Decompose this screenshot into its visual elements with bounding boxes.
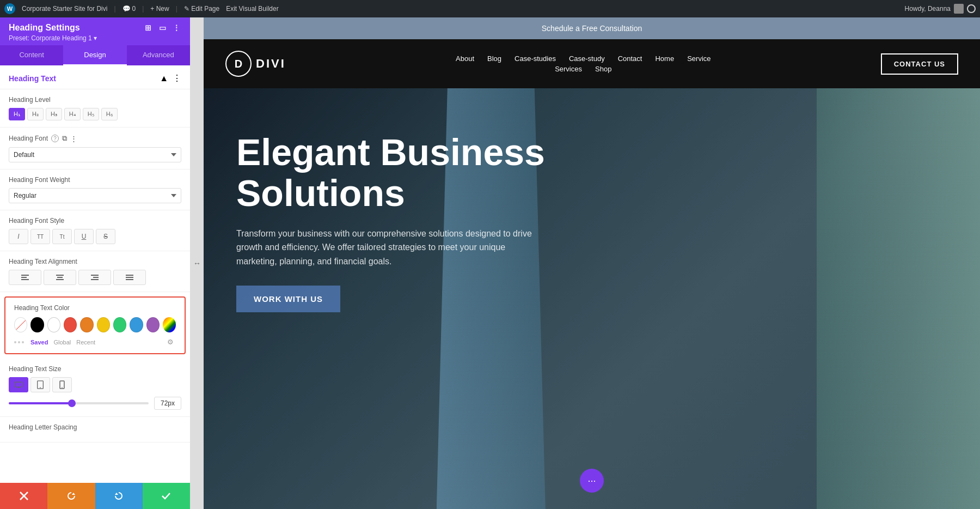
heading-font-label: Heading Font ? ⧉ ⋮ — [9, 134, 181, 143]
heading-level-h4[interactable]: H₄ — [64, 108, 81, 120]
more-icon[interactable]: ⋮ — [70, 135, 77, 143]
svg-marker-21 — [115, 493, 118, 495]
nav-link-service[interactable]: Service — [687, 54, 710, 63]
font-weight-select-row: Regular — [9, 188, 181, 203]
hero-content: Elegant Business Solutions Transform you… — [204, 88, 639, 345]
align-right-button[interactable] — [78, 270, 111, 285]
reset-button[interactable] — [47, 483, 95, 509]
search-icon[interactable] — [967, 4, 976, 13]
tab-advanced[interactable]: Advanced — [127, 45, 190, 65]
floating-menu-button[interactable]: ··· — [580, 469, 604, 493]
wp-admin-bar: W Corporate Starter Site for Divi | 💬 0 … — [0, 0, 980, 17]
color-settings-gear-icon[interactable]: ⚙ — [167, 338, 176, 347]
preset-chevron-icon: ▾ — [94, 34, 97, 42]
align-left-button[interactable] — [9, 270, 41, 285]
panel-toggle-icon[interactable]: ▭ — [157, 23, 167, 33]
font-weight-select[interactable]: Regular — [9, 188, 181, 203]
section-more-icon[interactable]: ⋮ — [173, 73, 181, 83]
size-slider-thumb[interactable] — [68, 399, 76, 407]
font-style-buttons: I TT Tt U S — [9, 229, 181, 244]
dots-icon: ··· — [587, 475, 596, 487]
redo-button[interactable] — [95, 483, 143, 509]
panel-more-icon[interactable]: ⋮ — [171, 23, 181, 33]
color-swatch-orange[interactable] — [80, 317, 93, 332]
size-slider-row — [9, 397, 181, 410]
nav-link-contact[interactable]: Contact — [618, 54, 642, 63]
nav-link-services[interactable]: Services — [555, 65, 582, 73]
section-collapse-icon[interactable]: ▲ — [160, 74, 168, 83]
copy-icon[interactable]: ⧉ — [62, 134, 67, 143]
color-swatch-eyedropper[interactable] — [163, 317, 176, 332]
italic-button[interactable]: I — [9, 229, 28, 244]
save-button[interactable] — [143, 483, 190, 509]
strikethrough-button[interactable]: S — [96, 229, 115, 244]
heading-level-h5[interactable]: H₅ — [83, 108, 99, 120]
size-value-input[interactable] — [154, 397, 181, 410]
desktop-icon[interactable] — [9, 377, 28, 392]
site-navigation: D DIVI About Blog Case-studies Case-stud… — [204, 39, 980, 88]
help-icon[interactable]: ? — [51, 135, 59, 142]
font-select-dropdown[interactable]: Default — [9, 147, 181, 162]
contact-us-button[interactable]: CONTACT US — [881, 53, 958, 75]
align-left-icon — [21, 274, 29, 281]
site-name[interactable]: Corporate Starter Site for Divi — [22, 5, 107, 13]
svg-rect-12 — [15, 382, 22, 387]
tab-design[interactable]: Design — [63, 45, 126, 65]
svg-rect-9 — [126, 275, 133, 276]
underline-button[interactable]: U — [74, 229, 94, 244]
nav-link-blog[interactable]: Blog — [487, 54, 501, 63]
size-slider-fill — [9, 402, 72, 404]
comment-count[interactable]: 💬 0 — [122, 5, 136, 13]
color-swatch-black[interactable] — [30, 317, 44, 332]
nav-link-case-studies[interactable]: Case-studies — [514, 54, 556, 63]
settings-panel: Heading Settings ⊞ ▭ ⋮ Preset: Corporate… — [0, 17, 191, 509]
nav-link-home[interactable]: Home — [655, 54, 674, 63]
redo-icon — [114, 491, 124, 501]
wp-logo-icon[interactable]: W — [4, 3, 15, 14]
resize-handle[interactable]: ↔ — [191, 17, 204, 509]
heading-letter-spacing-label: Heading Letter Spacing — [9, 423, 181, 431]
tt-button[interactable]: TT — [30, 229, 50, 244]
desktop-svg-icon — [14, 380, 23, 389]
heading-level-h2[interactable]: H₂ — [27, 108, 44, 120]
heading-font-style-setting: Heading Font Style I TT Tt U S — [0, 210, 190, 251]
color-swatch-red[interactable] — [64, 317, 77, 332]
nav-link-shop[interactable]: Shop — [595, 65, 611, 73]
settings-grid-icon[interactable]: ⊞ — [143, 23, 153, 33]
color-swatch-transparent[interactable] — [14, 317, 27, 332]
heading-level-h1[interactable]: H₁ — [9, 108, 25, 120]
nav-link-about[interactable]: About — [456, 54, 474, 63]
color-tab-recent[interactable]: Recent — [74, 338, 97, 347]
preset-label[interactable]: Preset: Corporate Heading 1 — [9, 34, 92, 42]
cancel-button[interactable] — [0, 483, 47, 509]
exit-visual-builder-button[interactable]: Exit Visual Builder — [226, 5, 279, 13]
heading-level-h6[interactable]: H₆ — [101, 108, 118, 120]
color-tab-global[interactable]: Global — [51, 338, 73, 347]
color-swatch-blue[interactable] — [130, 317, 143, 332]
align-center-button[interactable] — [44, 270, 76, 285]
nav-link-case-study[interactable]: Case-study — [569, 54, 605, 63]
heading-level-h3[interactable]: H₃ — [46, 108, 62, 120]
edit-page-button[interactable]: ✎ Edit Page — [184, 5, 219, 13]
svg-rect-5 — [56, 279, 64, 280]
align-justify-button[interactable] — [113, 270, 146, 285]
size-slider-track[interactable] — [9, 402, 149, 404]
title-case-button[interactable]: Tt — [52, 229, 72, 244]
tab-content[interactable]: Content — [0, 45, 63, 65]
color-swatch-purple[interactable] — [146, 317, 160, 332]
panel-footer — [0, 483, 190, 509]
color-tab-saved[interactable]: Saved — [28, 338, 50, 347]
new-item-button[interactable]: + New — [150, 5, 169, 13]
dot1 — [14, 341, 16, 343]
svg-marker-20 — [72, 493, 75, 495]
site-logo[interactable]: D DIVI — [225, 51, 286, 77]
color-swatch-white[interactable] — [47, 317, 60, 332]
color-swatch-yellow[interactable] — [97, 317, 110, 332]
heading-level-setting: Heading Level H₁ H₂ H₃ H₄ H₅ H₆ — [0, 89, 190, 128]
color-swatch-green[interactable] — [113, 317, 126, 332]
tablet-icon[interactable] — [30, 377, 50, 392]
dot3 — [22, 341, 24, 343]
heading-text-size-label: Heading Text Size — [9, 365, 181, 373]
mobile-icon[interactable] — [52, 377, 72, 392]
hero-cta-button[interactable]: WORK WITH US — [236, 286, 340, 312]
